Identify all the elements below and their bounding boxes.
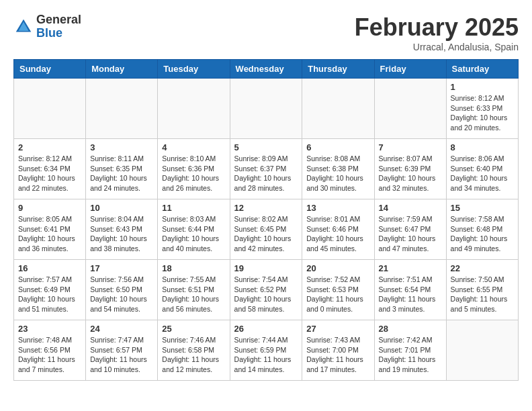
logo-general-text: General [36,13,81,27]
day-number: 12 [234,203,298,213]
calendar-week-row: 16Sunrise: 7:57 AM Sunset: 6:49 PM Dayli… [14,260,519,320]
calendar-cell: 10Sunrise: 8:04 AM Sunset: 6:43 PM Dayli… [86,199,158,260]
day-info: Sunrise: 7:56 AM Sunset: 6:50 PM Dayligh… [90,275,153,314]
day-number: 2 [18,142,81,152]
month-title: February 2025 [355,13,519,42]
calendar-cell: 17Sunrise: 7:56 AM Sunset: 6:50 PM Dayli… [86,260,158,320]
day-number: 8 [451,142,514,152]
day-number: 22 [451,263,514,273]
title-area: February 2025 Urracal, Andalusia, Spain [355,13,519,52]
day-info: Sunrise: 7:50 AM Sunset: 6:55 PM Dayligh… [451,275,514,314]
calendar-cell: 18Sunrise: 7:55 AM Sunset: 6:51 PM Dayli… [158,260,230,320]
header: General Blue February 2025 Urracal, Anda… [13,13,519,52]
calendar-week-row: 1Sunrise: 8:12 AM Sunset: 6:33 PM Daylig… [14,79,519,139]
day-info: Sunrise: 7:46 AM Sunset: 6:58 PM Dayligh… [162,335,225,375]
day-number: 17 [90,263,153,273]
day-info: Sunrise: 7:44 AM Sunset: 6:59 PM Dayligh… [234,335,298,375]
day-number: 1 [451,82,514,92]
day-info: Sunrise: 8:05 AM Sunset: 6:41 PM Dayligh… [18,214,81,254]
day-info: Sunrise: 7:43 AM Sunset: 7:00 PM Dayligh… [306,335,369,375]
calendar-cell: 14Sunrise: 7:59 AM Sunset: 6:47 PM Dayli… [374,199,446,260]
calendar-cell: 16Sunrise: 7:57 AM Sunset: 6:49 PM Dayli… [14,260,86,320]
day-header-saturday: Saturday [446,60,518,79]
calendar-cell: 23Sunrise: 7:48 AM Sunset: 6:56 PM Dayli… [14,320,86,381]
day-header-monday: Monday [86,60,158,79]
logo-text: General Blue [36,13,81,40]
day-info: Sunrise: 7:42 AM Sunset: 7:01 PM Dayligh… [379,335,442,375]
calendar-cell: 5Sunrise: 8:09 AM Sunset: 6:37 PM Daylig… [230,139,302,199]
calendar-cell: 3Sunrise: 8:11 AM Sunset: 6:35 PM Daylig… [86,139,158,199]
day-number: 25 [162,324,225,334]
day-number: 21 [379,263,442,273]
calendar-cell: 15Sunrise: 7:58 AM Sunset: 6:48 PM Dayli… [446,199,518,260]
calendar-cell: 6Sunrise: 8:08 AM Sunset: 6:38 PM Daylig… [302,139,374,199]
day-number: 18 [162,263,225,273]
day-header-thursday: Thursday [302,60,374,79]
day-info: Sunrise: 8:06 AM Sunset: 6:40 PM Dayligh… [451,154,514,193]
day-info: Sunrise: 7:52 AM Sunset: 6:53 PM Dayligh… [306,275,369,314]
logo: General Blue [13,13,81,40]
calendar-week-row: 9Sunrise: 8:05 AM Sunset: 6:41 PM Daylig… [14,199,519,260]
day-number: 3 [90,142,153,152]
logo-blue-text: Blue [36,27,81,40]
calendar-cell: 9Sunrise: 8:05 AM Sunset: 6:41 PM Daylig… [14,199,86,260]
logo-icon [13,17,34,37]
day-info: Sunrise: 8:03 AM Sunset: 6:44 PM Dayligh… [162,214,225,254]
day-info: Sunrise: 8:08 AM Sunset: 6:38 PM Dayligh… [306,154,369,193]
day-header-wednesday: Wednesday [230,60,302,79]
day-info: Sunrise: 8:07 AM Sunset: 6:39 PM Dayligh… [379,154,442,193]
day-number: 14 [379,203,442,213]
day-info: Sunrise: 8:12 AM Sunset: 6:33 PM Dayligh… [451,93,514,133]
day-number: 13 [306,203,369,213]
day-info: Sunrise: 7:54 AM Sunset: 6:52 PM Dayligh… [234,275,298,314]
calendar-cell [446,320,518,381]
day-number: 24 [90,324,153,334]
calendar-cell: 21Sunrise: 7:51 AM Sunset: 6:54 PM Dayli… [374,260,446,320]
calendar-cell: 1Sunrise: 8:12 AM Sunset: 6:33 PM Daylig… [446,79,518,139]
calendar-cell: 19Sunrise: 7:54 AM Sunset: 6:52 PM Dayli… [230,260,302,320]
day-info: Sunrise: 8:11 AM Sunset: 6:35 PM Dayligh… [90,154,153,193]
calendar-cell: 25Sunrise: 7:46 AM Sunset: 6:58 PM Dayli… [158,320,230,381]
calendar-cell: 13Sunrise: 8:01 AM Sunset: 6:46 PM Dayli… [302,199,374,260]
day-info: Sunrise: 8:10 AM Sunset: 6:36 PM Dayligh… [162,154,225,193]
day-number: 16 [18,263,81,273]
day-info: Sunrise: 7:58 AM Sunset: 6:48 PM Dayligh… [451,214,514,254]
day-number: 4 [162,142,225,152]
day-number: 27 [306,324,369,334]
calendar-cell: 11Sunrise: 8:03 AM Sunset: 6:44 PM Dayli… [158,199,230,260]
calendar-cell: 7Sunrise: 8:07 AM Sunset: 6:39 PM Daylig… [374,139,446,199]
day-info: Sunrise: 7:48 AM Sunset: 6:56 PM Dayligh… [18,335,81,375]
calendar-cell: 2Sunrise: 8:12 AM Sunset: 6:34 PM Daylig… [14,139,86,199]
day-number: 15 [451,203,514,213]
calendar-cell [86,79,158,139]
calendar-week-row: 23Sunrise: 7:48 AM Sunset: 6:56 PM Dayli… [14,320,519,381]
day-number: 19 [234,263,298,273]
calendar-cell: 26Sunrise: 7:44 AM Sunset: 6:59 PM Dayli… [230,320,302,381]
day-info: Sunrise: 7:47 AM Sunset: 6:57 PM Dayligh… [90,335,153,375]
day-info: Sunrise: 8:09 AM Sunset: 6:37 PM Dayligh… [234,154,298,193]
calendar-cell: 27Sunrise: 7:43 AM Sunset: 7:00 PM Dayli… [302,320,374,381]
day-info: Sunrise: 8:12 AM Sunset: 6:34 PM Dayligh… [18,154,81,193]
day-number: 6 [306,142,369,152]
day-number: 9 [18,203,81,213]
day-number: 23 [18,324,81,334]
day-number: 5 [234,142,298,152]
day-info: Sunrise: 8:02 AM Sunset: 6:45 PM Dayligh… [234,214,298,254]
day-info: Sunrise: 8:01 AM Sunset: 6:46 PM Dayligh… [306,214,369,254]
day-info: Sunrise: 7:51 AM Sunset: 6:54 PM Dayligh… [379,275,442,314]
location-subtitle: Urracal, Andalusia, Spain [355,42,519,52]
calendar-cell: 28Sunrise: 7:42 AM Sunset: 7:01 PM Dayli… [374,320,446,381]
day-number: 26 [234,324,298,334]
day-number: 11 [162,203,225,213]
day-number: 7 [379,142,442,152]
calendar-cell [374,79,446,139]
day-number: 20 [306,263,369,273]
calendar-cell [14,79,86,139]
calendar-cell: 4Sunrise: 8:10 AM Sunset: 6:36 PM Daylig… [158,139,230,199]
day-info: Sunrise: 7:59 AM Sunset: 6:47 PM Dayligh… [379,214,442,254]
calendar-week-row: 2Sunrise: 8:12 AM Sunset: 6:34 PM Daylig… [14,139,519,199]
calendar-cell [230,79,302,139]
calendar-cell: 24Sunrise: 7:47 AM Sunset: 6:57 PM Dayli… [86,320,158,381]
calendar-cell [158,79,230,139]
day-number: 10 [90,203,153,213]
